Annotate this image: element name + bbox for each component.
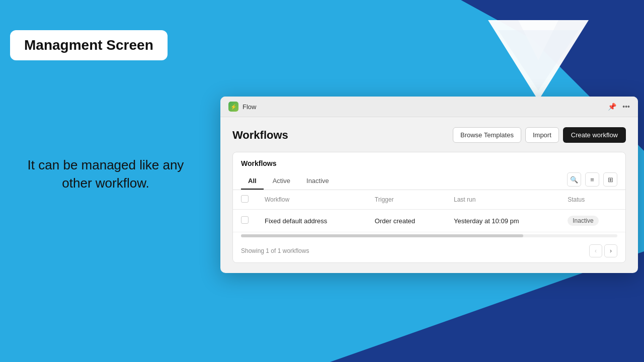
create-workflow-button[interactable]: Create workflow xyxy=(563,127,626,143)
row-checkbox[interactable] xyxy=(241,216,249,224)
prev-page-btn[interactable]: ‹ xyxy=(589,244,602,257)
select-all-checkbox[interactable] xyxy=(241,195,249,203)
showing-text: Showing 1 of 1 workflows xyxy=(241,247,309,254)
browse-templates-button[interactable]: Browse Templates xyxy=(453,127,521,143)
card-footer: Showing 1 of 1 workflows ‹ › xyxy=(233,239,625,262)
title-bar-left: ⚡ Flow xyxy=(228,102,256,112)
tabs-bar: All Active Inactive 🔍 ≡ ⊞ xyxy=(233,172,625,190)
more-icon[interactable]: ••• xyxy=(622,103,630,111)
pin-icon[interactable]: 📌 xyxy=(608,103,616,111)
row-trigger: Order created xyxy=(367,210,446,232)
next-page-btn[interactable]: › xyxy=(604,244,617,257)
row-status: Inactive xyxy=(559,210,625,232)
page-title: Workflows xyxy=(232,129,288,142)
app-name: Flow xyxy=(243,103,256,111)
col-workflow: Workflow xyxy=(257,190,367,210)
status-badge: Inactive xyxy=(568,216,598,226)
card-title: Workflows xyxy=(241,159,617,167)
table-body: Fixed default address Order created Yest… xyxy=(233,210,625,232)
tab-inactive[interactable]: Inactive xyxy=(299,173,336,190)
row-checkbox-cell xyxy=(233,210,257,232)
tabs-left: All Active Inactive xyxy=(241,173,336,190)
row-workflow: Fixed default address xyxy=(257,210,367,232)
table-wrap: Workflow Trigger Last run Status Fixed d… xyxy=(233,190,625,232)
filter-icon-btn[interactable]: ≡ xyxy=(585,172,599,187)
columns-icon-btn[interactable]: ⊞ xyxy=(603,172,617,187)
workflow-table: Workflow Trigger Last run Status Fixed d… xyxy=(233,190,625,232)
row-last-run: Yesterday at 10:09 pm xyxy=(446,210,559,232)
app-window: ⚡ Flow 📌 ••• Workflows Browse Templates … xyxy=(220,97,638,273)
page-header: Workflows Browse Templates Import Create… xyxy=(232,127,626,143)
import-button[interactable]: Import xyxy=(525,127,559,143)
scroll-track[interactable] xyxy=(241,234,617,237)
table-head: Workflow Trigger Last run Status xyxy=(233,190,625,210)
tab-all[interactable]: All xyxy=(241,173,264,190)
content-area: Workflows Browse Templates Import Create… xyxy=(220,117,638,273)
tab-active[interactable]: Active xyxy=(266,173,297,190)
col-status: Status xyxy=(559,190,625,210)
col-checkbox xyxy=(233,190,257,210)
subtitle-text: It can be managed like any other workflo… xyxy=(20,156,191,193)
title-bar: ⚡ Flow 📌 ••• xyxy=(220,97,638,117)
title-bar-right: 📌 ••• xyxy=(608,103,630,111)
title-badge: Managment Screen xyxy=(10,30,168,60)
scroll-thumb xyxy=(241,234,523,237)
header-actions: Browse Templates Import Create workflow xyxy=(453,127,626,143)
col-trigger: Trigger xyxy=(367,190,446,210)
table-row: Fixed default address Order created Yest… xyxy=(233,210,625,232)
col-last-run: Last run xyxy=(446,190,559,210)
card-header: Workflows xyxy=(233,152,625,167)
workflows-card: Workflows All Active Inactive 🔍 ≡ ⊞ xyxy=(232,152,626,263)
pagination: ‹ › xyxy=(589,244,617,257)
search-icon-btn[interactable]: 🔍 xyxy=(567,172,581,187)
tabs-right: 🔍 ≡ ⊞ xyxy=(567,172,617,190)
app-icon: ⚡ xyxy=(228,102,238,112)
badge-title: Managment Screen xyxy=(24,37,153,53)
